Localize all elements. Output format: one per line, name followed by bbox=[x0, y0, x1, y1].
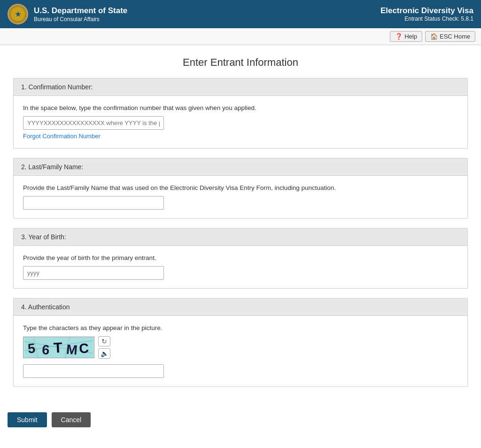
svg-text:T: T bbox=[53, 339, 63, 355]
section-last-name: 2. Last/Family Name: Provide the Last/Fa… bbox=[13, 158, 468, 219]
captcha-controls: ↻ 🔈 bbox=[98, 336, 110, 359]
section-confirmation-header: 1. Confirmation Number: bbox=[14, 79, 467, 96]
page-header: ★ U.S. Department of State Bureau of Con… bbox=[0, 0, 481, 28]
program-name: Electronic Diversity Visa bbox=[380, 6, 473, 16]
submit-button[interactable]: Submit bbox=[8, 412, 47, 427]
form-buttons: Submit Cancel bbox=[0, 408, 481, 437]
esc-home-label: ESC Home bbox=[440, 33, 470, 40]
org-subtitle: Bureau of Consular Affairs bbox=[34, 16, 127, 23]
section-yob-header: 3. Year of Birth: bbox=[14, 228, 467, 246]
confirmation-number-input[interactable] bbox=[23, 116, 164, 130]
section-confirmation: 1. Confirmation Number: In the space bel… bbox=[13, 78, 468, 149]
captcha-input[interactable] bbox=[23, 364, 164, 378]
svg-text:C: C bbox=[78, 340, 89, 356]
section-auth-body: Type the characters as they appear in th… bbox=[14, 316, 467, 386]
section-confirmation-body: In the space below, type the confirmatio… bbox=[14, 96, 467, 148]
svg-text:6: 6 bbox=[41, 342, 51, 357]
last-name-description: Provide the Last/Family Name that was us… bbox=[23, 184, 458, 191]
svg-text:M: M bbox=[66, 341, 79, 357]
audio-icon: 🔈 bbox=[101, 350, 109, 357]
program-subtitle: Entrant Status Check: 5.8.1 bbox=[380, 16, 473, 22]
refresh-icon: ↻ bbox=[101, 338, 107, 345]
home-icon: 🏠 bbox=[430, 33, 438, 40]
captcha-audio-button[interactable]: 🔈 bbox=[98, 348, 110, 359]
svg-text:★: ★ bbox=[15, 10, 21, 18]
year-of-birth-input[interactable] bbox=[23, 266, 164, 280]
help-icon: ❓ bbox=[395, 33, 403, 40]
header-right: Electronic Diversity Visa Entrant Status… bbox=[380, 6, 473, 22]
page-title: Enter Entrant Information bbox=[0, 56, 481, 69]
auth-description: Type the characters as they appear in th… bbox=[23, 324, 458, 331]
captcha-wrapper: 5 6 T M C ↻ 🔈 bbox=[23, 336, 458, 359]
help-label: Help bbox=[404, 33, 417, 40]
captcha-image: 5 6 T M C bbox=[23, 337, 94, 358]
confirmation-description: In the space below, type the confirmatio… bbox=[23, 104, 458, 111]
svg-text:5: 5 bbox=[27, 340, 38, 356]
section-last-name-header: 2. Last/Family Name: bbox=[14, 158, 467, 176]
yob-description: Provide the year of birth for the primar… bbox=[23, 254, 458, 261]
help-button[interactable]: ❓ Help bbox=[390, 31, 422, 42]
dos-seal: ★ bbox=[8, 4, 28, 24]
section-auth-header: 4. Authentication bbox=[14, 299, 467, 316]
header-left: ★ U.S. Department of State Bureau of Con… bbox=[8, 4, 127, 24]
nav-bar: ❓ Help 🏠 ESC Home bbox=[0, 28, 481, 45]
forgot-confirmation-link[interactable]: Forgot Confirmation Number bbox=[23, 133, 101, 140]
captcha-refresh-button[interactable]: ↻ bbox=[98, 336, 110, 346]
section-yob-body: Provide the year of birth for the primar… bbox=[14, 246, 467, 288]
section-last-name-body: Provide the Last/Family Name that was us… bbox=[14, 176, 467, 218]
section-authentication: 4. Authentication Type the characters as… bbox=[13, 298, 468, 387]
org-name: U.S. Department of State bbox=[34, 6, 127, 16]
last-name-input[interactable] bbox=[23, 196, 164, 210]
section-yob: 3. Year of Birth: Provide the year of bi… bbox=[13, 228, 468, 289]
header-org-info: U.S. Department of State Bureau of Consu… bbox=[34, 6, 127, 23]
cancel-button[interactable]: Cancel bbox=[52, 412, 91, 427]
esc-home-button[interactable]: 🏠 ESC Home bbox=[425, 31, 475, 42]
form-container: 1. Confirmation Number: In the space bel… bbox=[6, 78, 475, 408]
